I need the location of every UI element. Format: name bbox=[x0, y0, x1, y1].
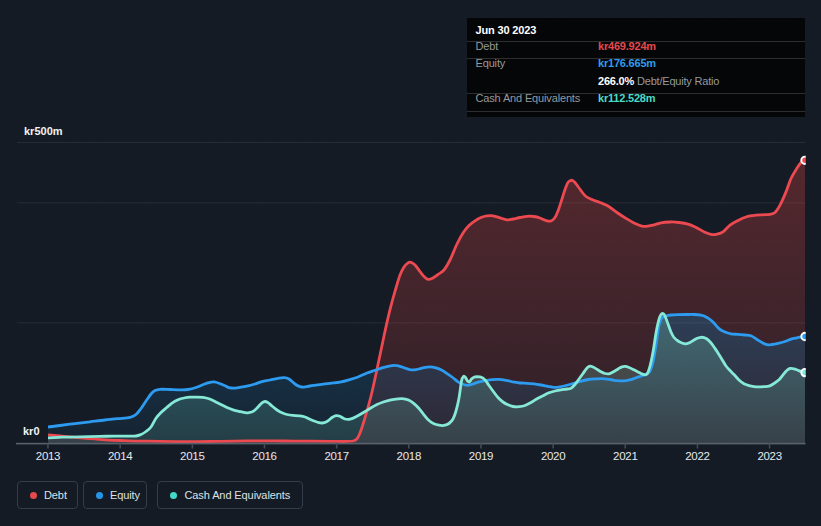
svg-text:kr0: kr0 bbox=[23, 425, 40, 437]
svg-text:2023: 2023 bbox=[757, 450, 781, 462]
svg-text:2016: 2016 bbox=[252, 450, 276, 462]
svg-text:2013: 2013 bbox=[36, 450, 60, 462]
svg-text:2020: 2020 bbox=[541, 450, 565, 462]
svg-text:2017: 2017 bbox=[324, 450, 348, 462]
svg-text:2014: 2014 bbox=[108, 450, 133, 462]
svg-text:2019: 2019 bbox=[469, 450, 493, 462]
svg-text:2015: 2015 bbox=[180, 450, 204, 462]
svg-text:2021: 2021 bbox=[613, 450, 637, 462]
svg-text:2022: 2022 bbox=[685, 450, 709, 462]
svg-text:2018: 2018 bbox=[397, 450, 421, 462]
svg-text:kr500m: kr500m bbox=[24, 125, 63, 137]
